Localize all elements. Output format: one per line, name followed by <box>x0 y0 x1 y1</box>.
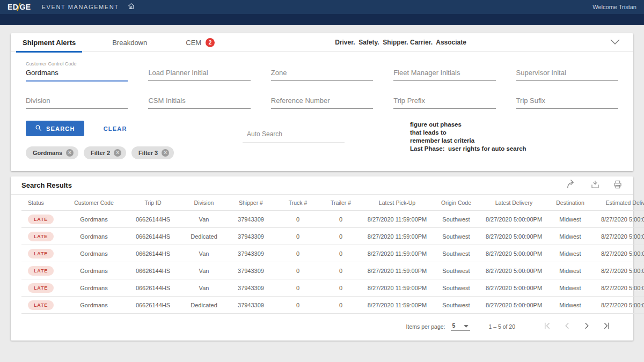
csm-initials-input[interactable] <box>148 95 250 109</box>
chip-label: Filter 3 <box>138 150 158 156</box>
note-line: Last Phase: user rights for auto search <box>410 145 526 153</box>
pagination-bar: Items per page: 5 1 – 5 of 20 <box>11 314 633 341</box>
share-button[interactable] <box>566 180 577 191</box>
trip-prefix-input[interactable] <box>393 95 495 109</box>
table-row[interactable]: LATEGordmans06626144HSVan37943309008/27/… <box>21 245 644 262</box>
cell-trailer: 0 <box>319 228 362 245</box>
filter-chip-gordmans[interactable]: Gordmans× <box>26 146 78 159</box>
field-reference-number <box>271 88 373 114</box>
cell-latest-pick-up: 8/27/2020 11:59:00PM <box>362 245 432 262</box>
column-header-shipper: Shipper # <box>225 195 276 211</box>
table-row[interactable]: LATEGordmans06626144HSVan37943309008/27/… <box>21 211 644 228</box>
table-row[interactable]: LATEGordmans06626144HSVan37943309008/27/… <box>21 262 644 279</box>
cell-latest-delivery: 8/27/2020 5:00:00PM <box>480 245 547 262</box>
download-button[interactable] <box>590 180 600 191</box>
column-header-trailer: Trailer # <box>319 195 362 211</box>
reference-number-input[interactable] <box>271 95 373 109</box>
cell-destination: Midwest <box>547 297 593 314</box>
field-floating-label <box>393 61 495 68</box>
zone-input[interactable] <box>271 68 373 81</box>
cell-truck: 0 <box>276 211 319 228</box>
cell-customer-code: Gordmans <box>64 279 123 297</box>
cell-trailer: 0 <box>319 211 362 228</box>
filter-chip-filter-3[interactable]: Filter 3× <box>131 146 174 159</box>
cell-destination: Midwest <box>547 262 593 279</box>
table-row[interactable]: LATEGordmans06626144HSDedicated379433090… <box>21 297 644 314</box>
page-size-select[interactable]: 5 <box>451 322 471 331</box>
print-button[interactable] <box>613 180 623 191</box>
home-icon <box>128 2 135 12</box>
cell-origin-code: Southwest <box>432 279 480 297</box>
cell-trailer: 0 <box>319 262 362 279</box>
previous-page-button[interactable] <box>563 322 571 331</box>
cell-division: Dedicated <box>182 297 225 314</box>
column-header-estimated-delivery: Estimated Delivery <box>593 195 644 211</box>
last-page-button[interactable] <box>603 322 611 331</box>
note-line: figure out phases <box>410 121 526 129</box>
first-page-button[interactable] <box>543 322 551 331</box>
supervisor-inital-input[interactable] <box>516 68 618 81</box>
chip-remove-icon[interactable]: × <box>66 149 74 157</box>
chip-remove-icon[interactable]: × <box>114 149 121 157</box>
cell-trip-id: 06626144HS <box>123 228 182 245</box>
next-page-button[interactable] <box>583 322 591 331</box>
column-header-status: Status <box>21 195 64 211</box>
cell-destination: Midwest <box>547 279 593 297</box>
trip-sufix-input[interactable] <box>516 95 618 109</box>
status-badge: LATE <box>28 215 54 224</box>
field-floating-label: Customer Control Code <box>26 61 128 68</box>
search-button[interactable]: SEARCH <box>26 121 84 136</box>
field-trip-prefix <box>393 88 495 114</box>
cell-estimated-delivery: 8/27/2020 5:00:00PM <box>593 228 644 245</box>
cell-destination: Midwest <box>547 211 593 228</box>
cell-division: Van <box>182 279 225 297</box>
cell-estimated-delivery: 8/27/2020 5:00:00PM <box>593 297 644 314</box>
field-floating-label <box>26 88 128 95</box>
tab-cem[interactable]: CEM2 <box>179 33 221 52</box>
field-load-planner-initial <box>148 61 250 86</box>
home-button[interactable] <box>128 2 135 12</box>
top-navbar: EDGE EVENT MANAGEMENT Welcome Tristan <box>0 0 644 14</box>
print-icon <box>613 180 623 191</box>
notes-text: figure out phasesthat leads toremember l… <box>410 121 526 159</box>
field-trip-sufix <box>516 88 618 114</box>
filter-panel: Shipment Alerts Breakdown CEM2 Driver. S… <box>11 33 633 171</box>
division-input[interactable] <box>26 95 128 109</box>
cell-latest-pick-up: 8/27/2020 11:59:00PM <box>362 211 432 228</box>
cell-latest-delivery: 8/27/2020 5:00:00PM <box>480 262 547 279</box>
cell-status: LATE <box>21 245 64 262</box>
tab-breakdown[interactable]: Breakdown <box>106 33 153 52</box>
cell-trip-id: 06626144HS <box>123 279 182 297</box>
table-row[interactable]: LATEGordmans06626144HSVan37943309008/27/… <box>21 279 644 297</box>
items-per-page-label: Items per page: <box>406 323 445 330</box>
fleet-manager-initials-input[interactable] <box>393 68 495 81</box>
column-header-division: Division <box>182 195 225 211</box>
column-header-customer-code: Customer Code <box>64 195 123 211</box>
cell-shipper: 37943309 <box>225 245 276 262</box>
auto-search-input[interactable] <box>243 127 345 143</box>
roles-label: Driver. Safety. Shipper. Carrier. Associ… <box>335 39 466 46</box>
chevron-right-icon <box>583 322 591 331</box>
chip-remove-icon[interactable]: × <box>162 149 169 157</box>
results-title: Search Results <box>21 181 72 189</box>
tab-shipment-alerts[interactable]: Shipment Alerts <box>16 33 82 52</box>
actions-row: SEARCH CLEAR Gordmans×Filter 2×Filter 3×… <box>11 116 633 171</box>
status-badge: LATE <box>28 300 54 310</box>
customer-control-code-input[interactable] <box>26 68 128 82</box>
table-row[interactable]: LATEGordmans06626144HSDedicated379433090… <box>21 228 644 245</box>
filter-chip-filter-2[interactable]: Filter 2× <box>84 146 126 159</box>
cell-status: LATE <box>21 297 64 314</box>
cell-latest-pick-up: 8/27/2020 11:59:00PM <box>362 262 432 279</box>
edge-logo: EDGE <box>8 3 31 11</box>
cell-latest-pick-up: 8/27/2020 11:59:00PM <box>362 279 432 297</box>
cell-trailer: 0 <box>319 245 362 262</box>
column-header-latest-delivery: Latest Delivery <box>480 195 547 211</box>
chip-label: Gordmans <box>33 150 62 156</box>
column-header-truck: Truck # <box>276 195 319 211</box>
results-panel: Search Results <box>11 176 633 341</box>
collapse-panel-button[interactable] <box>610 38 620 47</box>
load-planner-initial-input[interactable] <box>148 68 250 81</box>
app-title: EVENT MANAGEMENT <box>42 4 119 10</box>
status-badge: LATE <box>28 266 54 276</box>
clear-button[interactable]: CLEAR <box>100 125 130 132</box>
